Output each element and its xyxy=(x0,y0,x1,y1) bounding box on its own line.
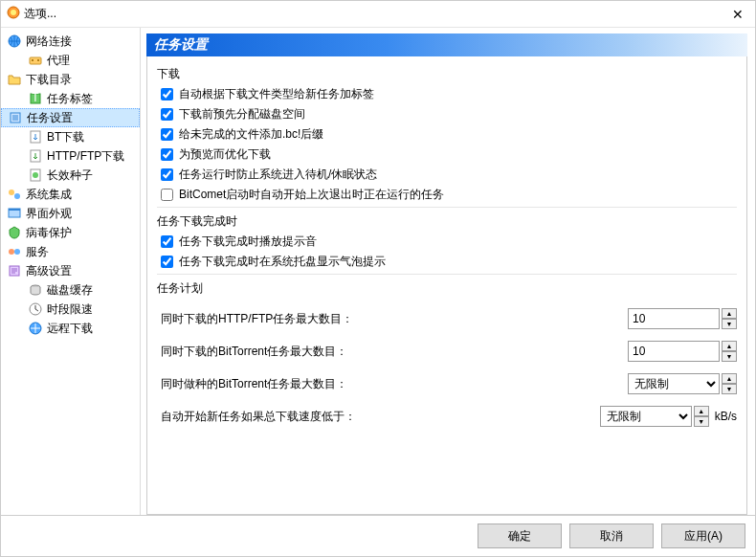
complete-check-row-1[interactable]: 任务下载完成时在系统托盘显示气泡提示 xyxy=(161,254,737,270)
sidebar-item-4[interactable]: 任务设置 xyxy=(1,108,140,127)
download-check-row-2[interactable]: 给未完成的文件添加.bc!后缀 xyxy=(161,126,737,143)
sidebar-item-3[interactable]: T任务标签 xyxy=(1,89,140,108)
spin-up-0[interactable]: ▲ xyxy=(722,308,737,319)
sidebar-item-label: 高级设置 xyxy=(26,263,72,279)
sidebar-item-label: 长效种子 xyxy=(47,167,93,184)
service-icon xyxy=(7,244,22,259)
schedule-label-0: 同时下载的HTTP/FTP任务最大数目： xyxy=(161,311,628,327)
spin-up-2[interactable]: ▲ xyxy=(722,373,737,384)
sidebar-item-2[interactable]: 下载目录 xyxy=(1,70,140,89)
download-check-checkbox-1[interactable] xyxy=(161,108,173,121)
virus-icon xyxy=(7,225,22,240)
svg-point-4 xyxy=(32,59,33,61)
integration-icon xyxy=(7,187,22,202)
section-download: 下载 xyxy=(157,66,737,82)
tag-icon: T xyxy=(28,91,43,106)
sidebar-item-label: 网络连接 xyxy=(26,33,72,50)
schedule-row-1: 同时下载的BitTorrent任务最大数目：▲▼ xyxy=(161,341,737,362)
download-check-row-5[interactable]: BitComet启动时自动开始上次退出时正在运行的任务 xyxy=(161,187,737,203)
download-check-label-0: 自动根据下载文件类型给新任务加标签 xyxy=(179,86,374,102)
panel-title: 任务设置 xyxy=(146,33,747,56)
sidebar-item-15[interactable]: 远程下载 xyxy=(1,319,140,338)
svg-point-1 xyxy=(11,10,16,15)
svg-point-13 xyxy=(9,189,14,195)
download-check-row-1[interactable]: 下载前预先分配磁盘空间 xyxy=(161,106,737,123)
download-check-checkbox-3[interactable] xyxy=(161,148,173,161)
section-complete: 任务下载完成时 xyxy=(157,213,737,230)
download-check-row-3[interactable]: 为预览而优化下载 xyxy=(161,146,737,163)
download-check-checkbox-0[interactable] xyxy=(161,88,173,100)
sidebar-item-5[interactable]: BT下载 xyxy=(1,127,140,146)
sidebar-item-label: BT下载 xyxy=(47,129,84,145)
schedule-select-2[interactable]: 无限制 xyxy=(628,373,720,394)
seed-icon xyxy=(28,167,43,183)
sidebar-item-8[interactable]: 系统集成 xyxy=(1,185,140,204)
titlebar: 选项... ✕ xyxy=(1,1,755,28)
footer: 确定 取消 应用(A) xyxy=(1,515,755,556)
globe-icon xyxy=(7,33,22,49)
sidebar-item-label: 时段限速 xyxy=(47,301,93,318)
download-check-checkbox-4[interactable] xyxy=(161,168,173,181)
cancel-button[interactable]: 取消 xyxy=(569,524,654,548)
complete-check-label-0: 任务下载完成时播放提示音 xyxy=(179,234,317,250)
svg-point-18 xyxy=(14,249,20,255)
settings-icon xyxy=(8,110,23,125)
sidebar-item-9[interactable]: 界面外观 xyxy=(1,204,140,223)
sidebar-item-10[interactable]: 病毒保护 xyxy=(1,223,140,242)
remote-icon xyxy=(28,321,43,336)
complete-check-label-1: 任务下载完成时在系统托盘显示气泡提示 xyxy=(179,254,386,270)
sidebar-item-label: 系统集成 xyxy=(26,187,72,203)
sidebar-item-label: 界面外观 xyxy=(26,206,72,222)
sidebar-item-label: 代理 xyxy=(47,53,70,69)
sidebar-item-14[interactable]: 时段限速 xyxy=(1,300,140,319)
svg-point-5 xyxy=(37,59,39,61)
close-icon[interactable]: ✕ xyxy=(726,5,749,24)
sidebar-item-7[interactable]: 长效种子 xyxy=(1,166,140,185)
sidebar-item-13[interactable]: 磁盘缓存 xyxy=(1,280,140,300)
svg-point-12 xyxy=(33,172,38,178)
complete-check-checkbox-0[interactable] xyxy=(161,235,173,248)
apply-button[interactable]: 应用(A) xyxy=(661,524,745,548)
disk-icon xyxy=(28,282,43,298)
sidebar-item-label: 病毒保护 xyxy=(26,225,72,241)
sidebar-item-6[interactable]: HTTP/FTP下载 xyxy=(1,146,140,166)
spin-up-3[interactable]: ▲ xyxy=(694,406,709,416)
download-check-label-5: BitComet启动时自动开始上次退出时正在运行的任务 xyxy=(179,187,444,203)
svg-rect-3 xyxy=(30,57,41,64)
sidebar: 网络连接代理下载目录T任务标签任务设置BT下载HTTP/FTP下载长效种子系统集… xyxy=(1,28,141,515)
complete-check-checkbox-1[interactable] xyxy=(161,256,173,268)
spin-down-0[interactable]: ▼ xyxy=(722,319,737,329)
spin-down-1[interactable]: ▼ xyxy=(722,351,737,362)
spin-down-2[interactable]: ▼ xyxy=(722,384,737,394)
sidebar-item-0[interactable]: 网络连接 xyxy=(1,32,140,51)
schedule-select-3[interactable]: 无限制 xyxy=(600,406,692,427)
spin-up-1[interactable]: ▲ xyxy=(722,341,737,351)
ok-button[interactable]: 确定 xyxy=(478,524,562,548)
sidebar-item-label: 任务标签 xyxy=(47,91,93,107)
download-check-row-0[interactable]: 自动根据下载文件类型给新任务加标签 xyxy=(161,86,737,102)
advanced-icon xyxy=(7,263,22,278)
sidebar-item-label: 磁盘缓存 xyxy=(47,282,93,299)
download-check-checkbox-5[interactable] xyxy=(161,189,173,201)
bt-icon xyxy=(28,129,43,145)
window-title: 选项... xyxy=(24,6,726,22)
schedule-unit-3: kB/s xyxy=(715,410,737,423)
panel-body: 下载 自动根据下载文件类型给新任务加标签下载前预先分配磁盘空间给未完成的文件添加… xyxy=(146,56,747,515)
svg-rect-16 xyxy=(9,209,20,211)
download-check-label-3: 为预览而优化下载 xyxy=(179,146,271,163)
sidebar-item-11[interactable]: 服务 xyxy=(1,242,140,261)
download-check-label-4: 任务运行时防止系统进入待机/休眠状态 xyxy=(179,167,377,183)
schedule-input-1[interactable] xyxy=(628,341,720,362)
sidebar-item-label: 任务设置 xyxy=(27,110,73,126)
clock-icon xyxy=(28,301,43,317)
download-check-row-4[interactable]: 任务运行时防止系统进入待机/休眠状态 xyxy=(161,167,737,183)
spin-down-3[interactable]: ▼ xyxy=(694,416,709,427)
download-check-label-1: 下载前预先分配磁盘空间 xyxy=(179,106,305,123)
schedule-input-0[interactable] xyxy=(628,308,720,329)
download-check-checkbox-2[interactable] xyxy=(161,128,173,141)
schedule-row-3: 自动开始新任务如果总下载速度低于：无限制▲▼kB/s xyxy=(161,406,737,427)
complete-check-row-0[interactable]: 任务下载完成时播放提示音 xyxy=(161,234,737,250)
sidebar-item-1[interactable]: 代理 xyxy=(1,51,140,70)
sidebar-item-12[interactable]: 高级设置 xyxy=(1,261,140,280)
schedule-label-1: 同时下载的BitTorrent任务最大数目： xyxy=(161,344,628,360)
